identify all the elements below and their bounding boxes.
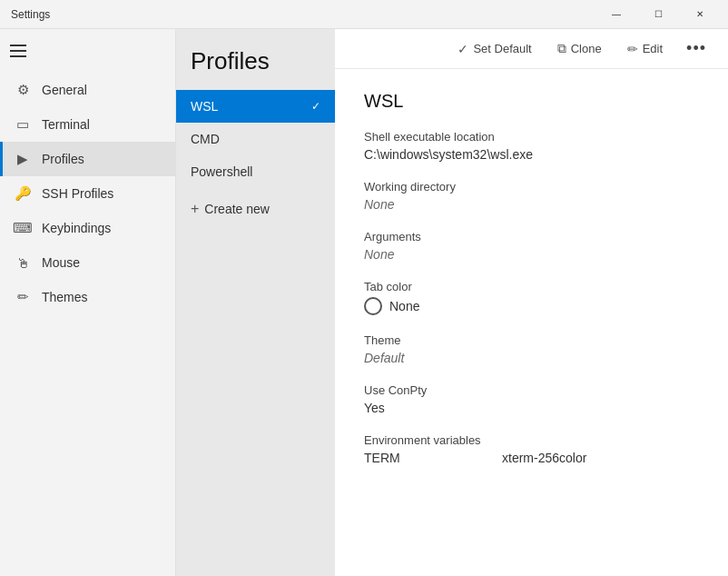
env-table: TERM xterm-256color: [364, 451, 699, 465]
sidebar-label-mouse: Mouse: [42, 255, 80, 270]
profile-item-powershell[interactable]: Powershell: [176, 155, 335, 188]
field-shell-exec: Shell executable location C:\windows\sys…: [364, 130, 699, 162]
maximize-button[interactable]: ☐: [637, 0, 679, 29]
edit-label: Edit: [643, 42, 663, 55]
sidebar-item-mouse[interactable]: 🖱 Mouse: [0, 245, 175, 280]
field-working-dir: Working directory None: [364, 180, 699, 212]
keyboard-icon: ⌨: [15, 220, 31, 236]
env-row: TERM xterm-256color: [364, 451, 699, 465]
gear-icon: ⚙: [15, 82, 31, 98]
content-toolbar: ✓ Set Default ⧉ Clone ✏ Edit •••: [335, 29, 728, 69]
sidebar-label-ssh: SSH Profiles: [42, 186, 113, 201]
env-val-term: xterm-256color: [502, 451, 586, 465]
profile-label-cmd: CMD: [191, 132, 220, 146]
color-circle[interactable]: [364, 297, 382, 315]
content-profile-title: WSL: [364, 91, 699, 112]
sidebar-label-keybindings: Keybindings: [42, 221, 111, 235]
profile-label-powershell: Powershell: [191, 164, 252, 179]
field-value-tab-color: None: [389, 299, 419, 313]
window-controls: — ☐ ✕: [595, 0, 721, 29]
mouse-icon: 🖱: [15, 254, 31, 271]
sidebar-label-general: General: [42, 83, 87, 97]
content-body: WSL Shell executable location C:\windows…: [335, 69, 728, 576]
terminal-icon: ▭: [15, 116, 31, 133]
ssh-icon: 🔑: [15, 185, 31, 202]
field-value-use-conpty: Yes: [364, 401, 699, 415]
clone-button[interactable]: ⧉ Clone: [548, 36, 611, 61]
minimize-button[interactable]: —: [595, 0, 637, 29]
tab-color-row: None: [364, 297, 699, 315]
clone-label: Clone: [571, 42, 602, 55]
field-label-shell-exec: Shell executable location: [364, 130, 699, 144]
field-env-vars: Environment variables TERM xterm-256colo…: [364, 433, 699, 465]
hamburger-menu-button[interactable]: [0, 33, 36, 69]
create-new-button[interactable]: + Create new: [176, 192, 335, 226]
more-options-button[interactable]: •••: [679, 35, 713, 62]
sidebar-item-profiles[interactable]: ▶ Profiles: [0, 142, 175, 176]
profiles-icon: ▶: [15, 151, 31, 167]
field-value-theme: Default: [364, 351, 699, 365]
hamburger-icon: [10, 45, 26, 57]
sidebar-item-general[interactable]: ⚙ General: [0, 73, 175, 107]
create-new-label: Create new: [204, 202, 270, 216]
middle-title: Profiles: [176, 29, 335, 90]
field-tab-color: Tab color None: [364, 280, 699, 315]
field-value-shell-exec: C:\windows\system32\wsl.exe: [364, 147, 699, 162]
plus-icon: +: [191, 201, 199, 217]
main-layout: ⚙ General ▭ Terminal ▶ Profiles 🔑 SSH Pr…: [0, 29, 728, 576]
profile-item-cmd[interactable]: CMD: [176, 123, 335, 155]
sidebar-label-terminal: Terminal: [42, 117, 90, 132]
field-label-working-dir: Working directory: [364, 180, 699, 194]
check-icon: ✓: [457, 42, 468, 56]
profile-label-wsl: WSL: [191, 99, 218, 114]
pen-icon: ✏: [15, 289, 31, 305]
profile-item-wsl[interactable]: WSL ✓: [176, 90, 335, 123]
field-label-use-conpty: Use ConPty: [364, 383, 699, 397]
field-value-arguments: None: [364, 247, 699, 262]
sidebar-item-themes[interactable]: ✏ Themes: [0, 280, 175, 314]
app-title: Settings: [11, 8, 50, 21]
titlebar: Settings — ☐ ✕: [0, 0, 728, 29]
middle-panel: Profiles WSL ✓ CMD Powershell + Create n…: [176, 29, 335, 576]
field-value-working-dir: None: [364, 197, 699, 212]
sidebar-item-ssh-profiles[interactable]: 🔑 SSH Profiles: [0, 176, 175, 211]
sidebar-label-themes: Themes: [42, 290, 88, 304]
field-label-env-vars: Environment variables: [364, 433, 699, 447]
sidebar-label-profiles: Profiles: [42, 152, 84, 166]
field-label-tab-color: Tab color: [364, 280, 699, 293]
content-panel: ✓ Set Default ⧉ Clone ✏ Edit ••• WSL She…: [335, 29, 728, 576]
sidebar-item-keybindings[interactable]: ⌨ Keybindings: [0, 211, 175, 245]
close-button[interactable]: ✕: [679, 0, 721, 29]
clone-icon: ⧉: [557, 41, 566, 56]
sidebar: ⚙ General ▭ Terminal ▶ Profiles 🔑 SSH Pr…: [0, 29, 176, 576]
field-label-theme: Theme: [364, 333, 699, 347]
set-default-button[interactable]: ✓ Set Default: [448, 37, 540, 61]
check-icon: ✓: [311, 100, 320, 113]
env-key-term: TERM: [364, 451, 473, 465]
set-default-label: Set Default: [473, 42, 531, 55]
sidebar-item-terminal[interactable]: ▭ Terminal: [0, 107, 175, 142]
field-theme: Theme Default: [364, 333, 699, 365]
field-arguments: Arguments None: [364, 230, 699, 262]
field-label-arguments: Arguments: [364, 230, 699, 243]
field-use-conpty: Use ConPty Yes: [364, 383, 699, 415]
edit-button[interactable]: ✏ Edit: [618, 37, 672, 61]
edit-icon: ✏: [627, 42, 638, 56]
